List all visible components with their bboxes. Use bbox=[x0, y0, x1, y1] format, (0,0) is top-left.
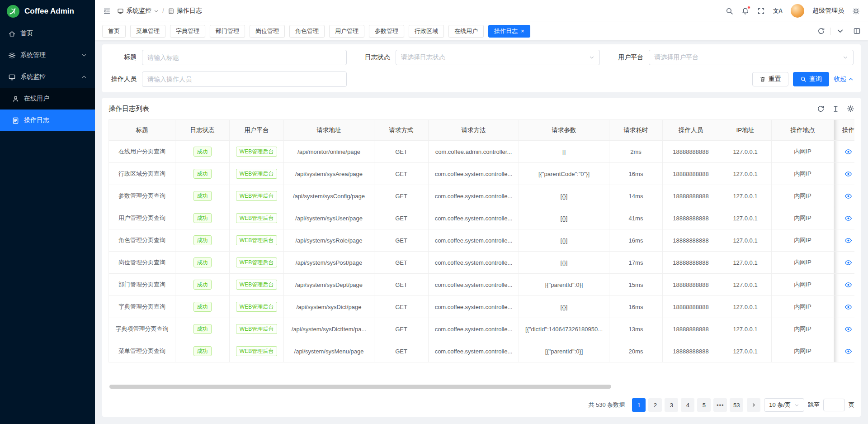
cell-request-url: /api/system/sysRole/page bbox=[284, 229, 374, 252]
home-icon bbox=[8, 30, 16, 38]
view-detail-eye-icon[interactable] bbox=[844, 237, 852, 244]
table-title: 操作日志列表 bbox=[108, 105, 149, 113]
language-icon[interactable]: 文A bbox=[773, 7, 783, 15]
status-badge: 成功 bbox=[193, 213, 212, 223]
fullscreen-icon[interactable] bbox=[757, 7, 765, 15]
breadcrumb-item-monitor[interactable]: 系统监控 bbox=[117, 7, 159, 15]
jump-page-input[interactable] bbox=[823, 399, 845, 411]
trash-icon bbox=[760, 76, 766, 82]
sidebar-item-system-monitor[interactable]: 系统监控 bbox=[0, 66, 95, 88]
status-badge: 成功 bbox=[193, 257, 212, 267]
sidebar-item-online-users[interactable]: 在线用户 bbox=[0, 88, 95, 110]
breadcrumb-label: 系统监控 bbox=[126, 7, 151, 15]
search-icon bbox=[800, 76, 807, 82]
title-input[interactable] bbox=[142, 50, 347, 65]
collapse-link[interactable]: 收起 bbox=[834, 75, 854, 83]
next-page-button[interactable] bbox=[747, 398, 760, 412]
tab[interactable]: 行政区域 bbox=[409, 25, 444, 38]
cell-handler: com.coffee.system.controlle... bbox=[429, 163, 519, 185]
refresh-icon[interactable] bbox=[817, 27, 825, 35]
column-header: 请求耗时 bbox=[609, 120, 663, 141]
page-button[interactable]: 4 bbox=[681, 398, 694, 412]
search-icon[interactable] bbox=[726, 7, 733, 15]
tab-close-icon[interactable]: × bbox=[521, 28, 524, 34]
log-icon bbox=[168, 8, 175, 14]
table-card: 操作日志列表 bbox=[102, 98, 861, 417]
table-zone: 标题日志状态用户平台请求地址请求方式请求方法请求参数请求耗时操作人员IP地址操作… bbox=[108, 119, 854, 393]
page-button[interactable]: 5 bbox=[697, 398, 711, 412]
tab[interactable]: 部门管理 bbox=[210, 25, 245, 38]
reset-button[interactable]: 重置 bbox=[752, 72, 788, 86]
page-button[interactable]: 1 bbox=[632, 398, 646, 412]
tab[interactable]: 在线用户 bbox=[448, 25, 484, 38]
view-detail-eye-icon[interactable] bbox=[844, 348, 852, 355]
page-button[interactable]: ••• bbox=[713, 398, 727, 412]
tab-bar: 首页 菜单管理 字典管理 部门管理 岗位管理 角色管理 用户管理 参数管理 行政… bbox=[95, 22, 868, 40]
view-detail-eye-icon[interactable] bbox=[844, 214, 852, 222]
cell-request-method: GET bbox=[374, 163, 429, 185]
current-user-name[interactable]: 超级管理员 bbox=[812, 7, 844, 15]
tab[interactable]: 岗位管理 bbox=[250, 25, 285, 38]
sidebar-item-label: 操作日志 bbox=[24, 116, 49, 124]
density-icon[interactable] bbox=[832, 105, 840, 113]
sidebar-item-home[interactable]: 首页 bbox=[0, 23, 95, 44]
page-button[interactable]: 2 bbox=[648, 398, 662, 412]
menu-fold-icon[interactable] bbox=[103, 7, 111, 15]
horizontal-scrollbar[interactable] bbox=[109, 385, 611, 389]
sidebar-item-operation-logs[interactable]: 操作日志 bbox=[0, 110, 95, 131]
cell-request-method: GET bbox=[374, 141, 429, 163]
cell-request-method: GET bbox=[374, 274, 429, 296]
column-header: 请求参数 bbox=[519, 120, 609, 141]
view-detail-eye-icon[interactable] bbox=[844, 148, 852, 156]
bell-icon[interactable] bbox=[741, 7, 749, 15]
cell-title: 用户管理分页查询 bbox=[109, 207, 175, 229]
page-list: 12345•••53 bbox=[632, 398, 743, 412]
view-detail-eye-icon[interactable] bbox=[844, 170, 852, 178]
operator-input[interactable] bbox=[142, 71, 347, 87]
view-detail-eye-icon[interactable] bbox=[844, 192, 852, 200]
sidebar-menu: 首页 系统管理 系统监控 bbox=[0, 23, 95, 424]
cell-request-url: /api/system/sysDept/page bbox=[284, 274, 374, 296]
settings-gear-icon[interactable] bbox=[852, 7, 860, 15]
column-settings-gear-icon[interactable] bbox=[847, 105, 854, 113]
tab[interactable]: 用户管理 bbox=[329, 25, 364, 38]
cell-location: 内网IP bbox=[772, 274, 834, 296]
sidebar-item-system-management[interactable]: 系统管理 bbox=[0, 44, 95, 66]
cell-platform: WEB管理后台 bbox=[230, 296, 284, 318]
tab[interactable]: 角色管理 bbox=[289, 25, 325, 38]
topbar: 系统监控 / 操作日志 bbox=[95, 0, 868, 22]
refresh-icon[interactable] bbox=[817, 105, 825, 113]
tab-label: 在线用户 bbox=[454, 27, 478, 35]
cell-title: 菜单管理分页查询 bbox=[109, 340, 175, 362]
view-detail-eye-icon[interactable] bbox=[844, 325, 852, 333]
cell-actions bbox=[834, 141, 855, 163]
layout-icon[interactable] bbox=[853, 27, 861, 35]
tab[interactable]: 菜单管理 bbox=[130, 25, 165, 38]
page-button[interactable]: 3 bbox=[665, 398, 678, 412]
table-row: 用户管理分页查询 成功 WEB管理后台 /api/system/sysUser/… bbox=[109, 207, 855, 229]
platform-badge: WEB管理后台 bbox=[236, 324, 277, 334]
status-select[interactable]: 请选择日志状态 bbox=[396, 50, 600, 65]
cell-status: 成功 bbox=[175, 296, 230, 318]
tab-options-chevron-icon[interactable] bbox=[836, 27, 844, 35]
tab[interactable]: 首页 bbox=[102, 25, 126, 38]
view-detail-eye-icon[interactable] bbox=[844, 281, 852, 289]
search-button[interactable]: 查询 bbox=[793, 72, 829, 86]
table-row: 部门管理分页查询 成功 WEB管理后台 /api/system/sysDept/… bbox=[109, 274, 855, 296]
cell-duration: 13ms bbox=[609, 318, 663, 340]
tab[interactable]: 字典管理 bbox=[170, 25, 205, 38]
tab[interactable]: 参数管理 bbox=[369, 25, 404, 38]
cell-status: 成功 bbox=[175, 163, 230, 185]
cell-handler: com.coffee.system.controlle... bbox=[429, 185, 519, 207]
tab[interactable]: 操作日志 × bbox=[488, 25, 530, 38]
view-detail-eye-icon[interactable] bbox=[844, 303, 852, 311]
status-badge: 成功 bbox=[193, 235, 212, 245]
cell-actions bbox=[834, 163, 855, 185]
page-size-select[interactable]: 10 条/页 bbox=[764, 398, 804, 412]
page-button[interactable]: 53 bbox=[730, 398, 743, 412]
view-detail-eye-icon[interactable] bbox=[844, 259, 852, 267]
platform-select[interactable]: 请选择用户平台 bbox=[649, 50, 854, 65]
cell-operator: 18888888888 bbox=[663, 207, 719, 229]
avatar[interactable] bbox=[791, 4, 804, 18]
chevron-down-icon bbox=[81, 52, 87, 58]
